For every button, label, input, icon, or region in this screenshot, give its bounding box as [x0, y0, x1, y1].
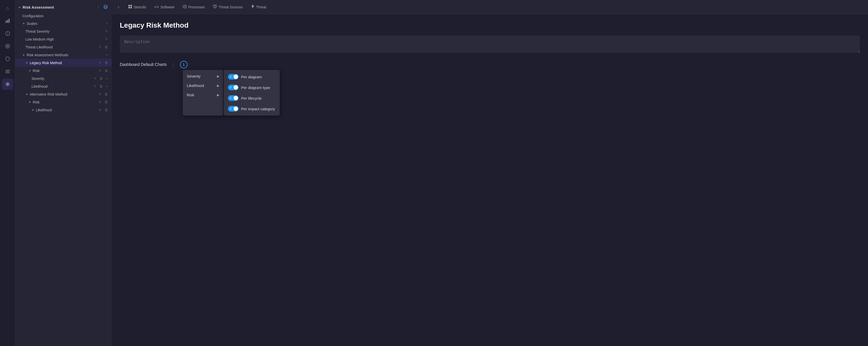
sidebar: ▼ Risk Assessment ⋮ Configuration ▼ Scal… [15, 0, 112, 346]
sidebar-item-legacy-risk-method[interactable]: ▼ Legacy Risk Method ✎ 🗑 [15, 59, 112, 67]
severity-delete-icon[interactable]: 🗑 [99, 76, 103, 81]
nav-back-button[interactable]: ‹ [116, 3, 122, 11]
toggle-per-lifecycle[interactable]: ✓ Per lifecycle [224, 93, 280, 103]
threat-likelihood-delete-icon[interactable]: 🗑 [104, 45, 108, 49]
severity-arrow-icon: ▶ [217, 74, 219, 78]
dashboard-more-button[interactable]: ⋮ [170, 61, 177, 68]
sidebar-item-configuration[interactable]: Configuration [15, 12, 112, 20]
toggle-per-diagram-type-switch[interactable]: ✓ [228, 85, 239, 90]
toggle-per-diagram-label: Per diagram [241, 75, 262, 79]
svg-rect-17 [130, 7, 132, 8]
toggle-per-diagram-type[interactable]: ✓ Per diagram type [224, 82, 280, 93]
toggle-per-diagram[interactable]: ✓ Per diagram [224, 71, 280, 82]
sidebar-more-icon[interactable]: ⋮ [96, 5, 100, 10]
risk-alt-edit-icon[interactable]: ✎ [98, 100, 102, 104]
sidebar-item-risk-legacy[interactable]: ▼ Risk ✎ 🗑 [15, 67, 112, 74]
home-icon[interactable]: ⌂ [2, 3, 13, 14]
toggle-per-lifecycle-label: Per lifecycle [241, 96, 262, 100]
tab-processes-label: Processes [188, 5, 205, 9]
ram-add-icon[interactable]: + [105, 53, 108, 57]
svg-rect-1 [7, 20, 8, 23]
dashboard-badge: 1 [180, 61, 188, 68]
likelihood-alt-chevron: ▼ [31, 108, 34, 111]
toggle-per-impact-category-label: Per impact category [241, 107, 275, 111]
context-menu-severity[interactable]: Severity ▶ [183, 71, 223, 81]
threat-severity-label: Threat Severity [25, 29, 103, 33]
threat-sources-icon [213, 5, 217, 10]
toggle-per-diagram-type-label: Per diagram type [241, 85, 270, 90]
tab-threat[interactable]: Threat [247, 3, 270, 11]
risk-legacy-delete-icon[interactable]: 🗑 [104, 68, 108, 73]
sidebar-item-threat-severity[interactable]: Threat Severity ✎ [15, 27, 112, 35]
likelihood-risk-label: Likelihood [31, 84, 91, 89]
sidebar-item-alternative-risk-method[interactable]: ▼ Alternative Risk Method ✎ 🗑 [15, 90, 112, 98]
likelihood-risk-delete-icon[interactable]: 🗑 [99, 84, 103, 89]
toggle-per-impact-category-switch[interactable]: ✓ [228, 106, 239, 111]
severity-edit-icon[interactable]: ✎ [93, 76, 97, 81]
context-menu-risk-label: Risk [187, 93, 194, 97]
likelihood-risk-edit-icon[interactable]: ✎ [93, 84, 97, 89]
svg-rect-9 [6, 70, 10, 70]
svg-rect-2 [9, 19, 10, 23]
threat-likelihood-edit-icon[interactable]: ✎ [98, 45, 102, 49]
list-icon[interactable] [2, 66, 13, 77]
arm-chevron: ▼ [25, 93, 28, 96]
svg-point-19 [184, 6, 186, 7]
lrm-edit-icon[interactable]: ✎ [98, 60, 102, 65]
ram-label: Risk Assessment Methods [27, 53, 104, 57]
sidebar-item-likelihood-alt[interactable]: ▼ Likelihood ✎ 🗑 [15, 106, 112, 114]
svg-rect-16 [128, 7, 130, 8]
toggle-per-lifecycle-switch[interactable]: ✓ [228, 95, 239, 101]
chart-icon[interactable] [2, 15, 13, 26]
compass-icon[interactable] [2, 28, 13, 39]
sidebar-power-icon[interactable] [102, 4, 108, 10]
sidebar-item-risk-alt[interactable]: ▼ Risk ✎ 🗑 [15, 98, 112, 106]
risk-alt-label: Risk [33, 100, 96, 104]
sidebar-header-icons: ⋮ [96, 4, 108, 10]
toggle-per-diagram-switch[interactable]: ✓ [228, 74, 239, 79]
description-input[interactable] [120, 35, 860, 53]
sidebar-item-risk-assessment-methods[interactable]: ▼ Risk Assessment Methods + [15, 51, 112, 59]
risk-legacy-edit-icon[interactable]: ✎ [98, 68, 102, 73]
risk-legacy-label: Risk [33, 69, 96, 73]
sidebar-item-low-medium-high[interactable]: Low Medium High ✎ [15, 35, 112, 43]
tab-stencils[interactable]: Stencils [125, 3, 150, 11]
settings-icon[interactable] [2, 78, 13, 90]
context-menu-likelihood[interactable]: Likelihood ▶ [183, 81, 223, 90]
likelihood-alt-label: Likelihood [36, 108, 96, 112]
risk-alt-chevron: ▼ [28, 101, 31, 104]
target-icon[interactable] [2, 40, 13, 52]
sidebar-item-likelihood-risk[interactable]: Likelihood ✎ 🗑 + [15, 82, 112, 90]
svg-rect-0 [6, 21, 7, 23]
threat-severity-edit-icon[interactable]: ✎ [104, 29, 108, 34]
sidebar-item-severity[interactable]: Severity ✎ 🗑 + [15, 74, 112, 82]
likelihood-risk-add-icon[interactable]: + [105, 84, 108, 89]
sidebar-header: ▼ Risk Assessment ⋮ [15, 2, 112, 12]
risk-alt-delete-icon[interactable]: 🗑 [104, 100, 108, 104]
arm-edit-icon[interactable]: ✎ [98, 92, 102, 97]
toggle-per-impact-category[interactable]: ✓ Per impact category [224, 103, 280, 114]
svg-point-18 [183, 5, 187, 8]
lrm-delete-icon[interactable]: 🗑 [104, 60, 108, 65]
sidebar-header-chevron[interactable]: ▼ [18, 6, 21, 9]
tab-software-label: Software [160, 5, 174, 9]
likelihood-alt-edit-icon[interactable]: ✎ [98, 107, 102, 112]
severity-add-icon[interactable]: + [105, 76, 108, 81]
sidebar-item-threat-likelihood[interactable]: Threat Likelihood ✎ 🗑 [15, 43, 112, 51]
page-title: Legacy Risk Method [120, 21, 860, 29]
context-menu-left: Severity ▶ Likelihood ▶ Risk ▶ [183, 70, 223, 115]
scales-add-icon[interactable]: + [105, 21, 108, 26]
sidebar-item-scales[interactable]: ▼ Scales + [15, 20, 112, 27]
svg-rect-15 [130, 5, 132, 6]
arm-delete-icon[interactable]: 🗑 [104, 92, 108, 97]
shield-icon[interactable] [2, 53, 13, 64]
likelihood-alt-delete-icon[interactable]: 🗑 [104, 107, 108, 112]
context-menu-risk[interactable]: Risk ▶ [183, 90, 223, 100]
dashboard-label: Dashboard Default Charts [120, 62, 167, 67]
low-medium-high-edit-icon[interactable]: ✎ [104, 37, 108, 42]
low-medium-high-label: Low Medium High [25, 37, 103, 41]
tab-processes[interactable]: Processes [179, 3, 208, 11]
tab-software[interactable]: <> Software [151, 3, 178, 11]
scales-label: Scales [27, 22, 104, 26]
tab-threat-sources[interactable]: Threat Sources [209, 3, 246, 11]
